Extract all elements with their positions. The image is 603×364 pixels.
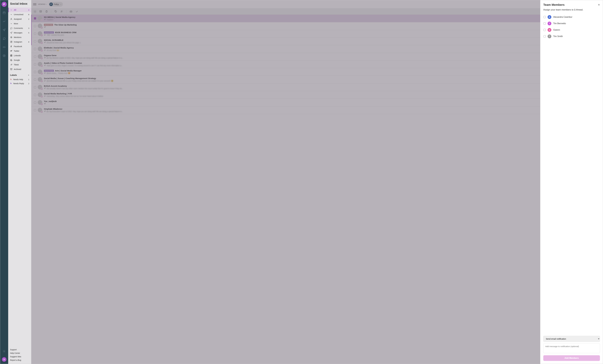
label-name: Needs Help — [13, 78, 23, 81]
nav-rail: P — [0, 0, 8, 364]
linkedin-icon — [10, 54, 12, 57]
sidebar-item-archived[interactable]: Archived — [8, 67, 31, 71]
footer-link[interactable]: Support — [10, 349, 29, 351]
sidebar-item-label: Instagram — [14, 41, 22, 43]
notification-select[interactable]: Send email notification — [543, 336, 600, 342]
comment-icon — [10, 27, 12, 29]
sidebar-item-messages[interactable]: Messages5 — [8, 30, 31, 35]
add-members-button[interactable]: Add Members — [543, 355, 600, 361]
sidebar-item-count: 8 — [28, 13, 29, 16]
archive-icon — [10, 68, 12, 70]
sidebar-item-label: Linkedin — [14, 55, 21, 57]
analytics-icon[interactable] — [1, 19, 7, 24]
svg-point-6 — [11, 18, 12, 19]
facebook-icon — [10, 45, 12, 48]
sidebar-item-all[interactable]: All4 — [8, 8, 31, 12]
explore-icon[interactable] — [1, 53, 7, 59]
add-label-icon[interactable]: + — [28, 74, 29, 76]
sidebar-item-more[interactable]: More — [8, 21, 31, 26]
sidebar-item-facebook[interactable]: Facebook — [8, 44, 31, 49]
sidebar-item-instagram[interactable]: Instagram8 — [8, 40, 31, 44]
svg-rect-1 — [3, 47, 5, 47]
member-checkbox[interactable] — [544, 35, 546, 37]
sidebar-item-label: Comments — [14, 27, 23, 29]
member-row[interactable]: TTim Smith — [543, 33, 600, 40]
sidebar-item-linkedin[interactable]: Linkedin — [8, 53, 31, 58]
label-item[interactable]: Needs Reply2 — [8, 82, 31, 85]
member-row[interactable]: GGwenn — [543, 27, 600, 33]
member-avatar: A — [548, 15, 551, 19]
svg-point-4 — [4, 359, 4, 359]
main: VIEWING› P Pallyy SG MEDIA | Social Medi… — [31, 0, 540, 364]
modal-overlay[interactable] — [31, 0, 540, 364]
sidebar-item-assigned[interactable]: Assigned2 — [8, 17, 31, 21]
footer-link[interactable]: Report a Bug — [10, 359, 29, 361]
sidebar-item-google[interactable]: Google — [8, 58, 31, 62]
team-members-panel: Team Members ✕ Assign your team members … — [540, 0, 603, 364]
twitter-icon — [10, 50, 12, 52]
link-icon[interactable] — [1, 44, 7, 50]
tiktok-icon — [10, 63, 12, 66]
sidebar-item-label: Google — [14, 59, 20, 61]
labels-header: Labels — [10, 74, 17, 76]
member-row[interactable]: TTim Bennetto — [543, 20, 600, 27]
panel-subtitle: Assign your team members to 1 thread. — [543, 9, 600, 11]
notification-message[interactable] — [543, 343, 600, 353]
sidebar-item-tiktok[interactable]: Tiktok — [8, 62, 31, 67]
member-checkbox[interactable] — [544, 23, 546, 24]
chevron-down-icon — [10, 9, 12, 11]
sidebar-item-twitter[interactable]: Twitter — [8, 49, 31, 53]
sidebar-item-label: Assigned — [14, 18, 22, 20]
google-icon — [10, 59, 12, 61]
footer-link[interactable]: Help Center — [10, 352, 29, 354]
sidebar-item-mentions[interactable]: Mentions — [8, 35, 31, 40]
svg-point-10 — [12, 41, 12, 42]
member-avatar: T — [548, 35, 551, 38]
member-avatar: T — [548, 22, 551, 25]
member-avatar: G — [548, 28, 551, 32]
send-icon[interactable] — [1, 27, 7, 33]
chat-icon[interactable] — [1, 36, 7, 41]
member-name: Alexandra Ceambur — [553, 16, 572, 18]
sidebar-item-count: 4 — [28, 9, 29, 11]
sidebar-item-label: Twitter — [14, 50, 19, 52]
member-name: Gwenn — [553, 29, 560, 31]
member-checkbox[interactable] — [544, 16, 546, 18]
svg-rect-14 — [10, 69, 12, 69]
user-icon — [10, 18, 12, 20]
sidebar-item-count: 5 — [28, 32, 29, 34]
team-icon[interactable] — [2, 357, 6, 362]
svg-rect-12 — [11, 55, 11, 56]
sidebar-item-label: All — [14, 9, 16, 11]
at-icon — [10, 36, 12, 38]
close-icon[interactable]: ✕ — [598, 3, 600, 6]
sidebar-item-count: 8 — [28, 41, 29, 43]
member-name: Tim Smith — [553, 35, 563, 38]
svg-point-7 — [11, 37, 12, 38]
send-icon — [10, 32, 12, 34]
sidebar-item-label: Unresolved — [14, 13, 23, 16]
sidebar-item-unresolved[interactable]: Unresolved8 — [8, 12, 31, 17]
calendar-icon[interactable] — [1, 10, 7, 15]
tag-icon — [10, 82, 12, 84]
sidebar-item-comments[interactable]: Comments3 — [8, 26, 31, 30]
svg-point-13 — [11, 55, 11, 55]
chevron-down-icon — [10, 13, 12, 16]
svg-point-5 — [4, 359, 5, 359]
label-count: 2 — [28, 82, 29, 84]
svg-point-3 — [4, 351, 5, 352]
label-count: 1 — [28, 79, 29, 81]
member-row[interactable]: AAlexandra Ceambur — [543, 14, 600, 20]
app-logo[interactable]: P — [2, 2, 7, 7]
member-checkbox[interactable] — [544, 29, 546, 31]
sidebar-item-label: Tiktok — [14, 64, 19, 66]
settings-icon[interactable] — [1, 349, 7, 354]
footer-link[interactable]: Suggest Idea — [10, 355, 29, 358]
sidebar: Social Inbox All4Unresolved8Assigned2Mor… — [8, 0, 31, 364]
sidebar-item-label: Archived — [14, 68, 21, 70]
sidebar-item-count: 3 — [28, 27, 29, 29]
label-item[interactable]: Needs Help1 — [8, 77, 31, 82]
sidebar-item-label: Facebook — [14, 45, 22, 47]
svg-rect-0 — [3, 12, 5, 14]
sidebar-item-label: More — [14, 23, 18, 25]
